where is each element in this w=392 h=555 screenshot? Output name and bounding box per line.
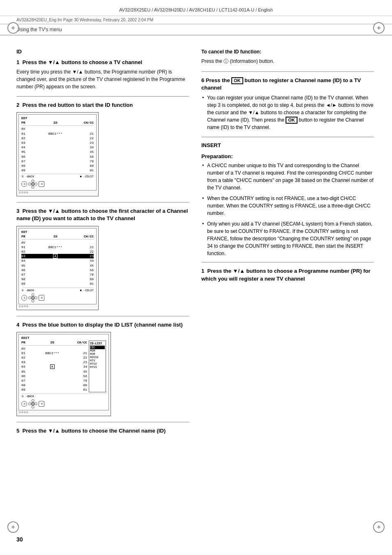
- insert-section: INSERT Preparation: A CH/CC number uniqu…: [201, 142, 374, 282]
- step-6-bullet: You can register your unique Channel nam…: [201, 94, 374, 131]
- screen1-caption: ①②③⑤: [18, 191, 97, 194]
- divider-2: [16, 202, 189, 203]
- corner-decoration-br: [373, 521, 385, 533]
- step-2: 2 Press the red button to start the ID f…: [16, 101, 189, 196]
- tv-screen-2: EDT PR ID CH/CC AV 01BBC1***21 0222 03A2…: [16, 226, 99, 310]
- divider-3: [16, 316, 189, 316]
- file-info-text: AV32&28H20EU_Eng.fm Page 30 Wednesday, F…: [16, 18, 153, 22]
- divider-right-1: [201, 71, 374, 72]
- page-container: AV32/28X25EU / AV32/28H20EU / AV28CH1EU …: [0, 0, 392, 555]
- step-1-body: Every time you press the ▼/▲ buttons, th…: [16, 68, 189, 90]
- cancel-title: To cancel the ID function:: [201, 48, 374, 55]
- prep-bullet-2: When the COUNTRY setting is not FRANCE, …: [201, 195, 374, 217]
- prep-bullet-1: A CH/CC number unique to this TV and cor…: [201, 162, 374, 191]
- step-1-header: 1 Press the ▼/▲ buttons to choose a TV c…: [16, 59, 189, 66]
- prep-bullet-3: Only when you add a TV channel (SECAM-L …: [201, 220, 374, 257]
- step-4-header: 4 Press the blue button to display the I…: [16, 321, 189, 329]
- divider-right-3: [201, 262, 374, 263]
- right-column: To cancel the ID function: Press the ⓘ (…: [201, 48, 374, 440]
- step-2-header: 2 Press the red button to start the ID f…: [16, 101, 189, 109]
- tv-screen-3: EDIT PR ID CH/CC AV 01BBC1***21 0222: [16, 332, 111, 416]
- screen3-caption: ①②③⑤: [18, 411, 109, 414]
- corner-decoration-bl: [7, 521, 19, 533]
- divider-1: [16, 96, 189, 97]
- page-header: AV32/28X25EU / AV32/28H20EU / AV28CH1EU …: [0, 0, 392, 16]
- corner-decoration-tr: [373, 22, 385, 34]
- ok-box-inline: OK: [286, 117, 297, 124]
- step-3: 3 Press the ▼/▲ buttons to choose the fi…: [16, 207, 189, 310]
- corner-decoration-tl: [7, 22, 19, 34]
- left-column: ID 1 Press the ▼/▲ buttons to choose a T…: [16, 48, 189, 440]
- header-title: AV32/28X25EU / AV32/28H20EU / AV28CH1EU …: [119, 7, 273, 12]
- insert-step-1-header: 1 Press the ▼/▲ buttons to choose a Prog…: [201, 267, 374, 282]
- content-area: ID 1 Press the ▼/▲ buttons to choose a T…: [0, 40, 392, 453]
- section-id-title: ID: [16, 48, 189, 55]
- insert-title: INSERT: [201, 142, 374, 149]
- step-3-header: 3 Press the ▼/▲ buttons to choose the fi…: [16, 207, 189, 222]
- step-5: 5 Press the ▼/▲ buttons to choose the Ch…: [16, 427, 189, 435]
- step-5-header: 5 Press the ▼/▲ buttons to choose the Ch…: [16, 427, 189, 435]
- step-6: 6 Press the OK button to register a Chan…: [201, 77, 374, 131]
- file-info: AV32&28H20EU_Eng.fm Page 30 Wednesday, F…: [0, 16, 392, 24]
- step-4: 4 Press the blue button to display the I…: [16, 321, 189, 416]
- preparation-title: Preparation:: [201, 153, 374, 159]
- step-1: 1 Press the ▼/▲ buttons to choose a TV c…: [16, 59, 189, 90]
- divider-4: [16, 422, 189, 422]
- tv-screen-1: EDT PR ID CH/CC AV 01BBC1***21 0222 0323…: [16, 112, 99, 196]
- screen2-caption: ①②③⑤: [18, 305, 97, 308]
- cancel-body: Press the ⓘ (Information) button.: [201, 58, 374, 65]
- insert-step-1: 1 Press the ▼/▲ buttons to choose a Prog…: [201, 267, 374, 282]
- cancel-section: To cancel the ID function: Press the ⓘ (…: [201, 48, 374, 65]
- ok-box: OK: [231, 77, 243, 84]
- page-number: 30: [16, 536, 23, 543]
- divider-right-2: [201, 137, 374, 137]
- step-6-header: 6 Press the OK button to register a Chan…: [201, 77, 374, 92]
- page-section-label: Using the TV's menu: [0, 24, 392, 35]
